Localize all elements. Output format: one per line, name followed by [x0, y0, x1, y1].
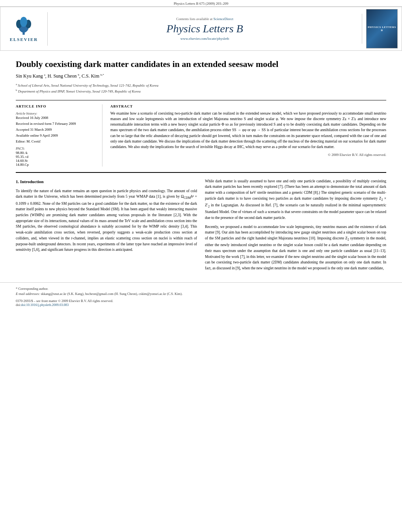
- divider-top: [16, 100, 386, 100]
- body-divider: [16, 172, 386, 173]
- journal-citation: Physics Letters B 675 (2009) 203–209: [174, 2, 229, 6]
- footer-ids: 0370-2693/$ – see front matter © 2009 El…: [16, 299, 386, 303]
- svg-point-4: [20, 17, 27, 26]
- pacs-label: PACS:: [16, 146, 96, 150]
- article-info-title: ARTICLE INFO: [16, 104, 96, 108]
- body-right-para-2: Recently, we proposed a model to accommo…: [205, 224, 386, 271]
- revised-date: Received in revised form 7 February 2009: [16, 122, 96, 126]
- abstract-column: ABSTRACT We examine how a scenario of co…: [110, 104, 386, 167]
- journal-cover-area: PHYSICS LETTERS B: [362, 7, 402, 50]
- contents-text: Contents lists available at: [176, 17, 212, 21]
- elsevier-name: ELSEVIER: [10, 37, 38, 42]
- elsevier-logo-area: ELSEVIER: [0, 12, 48, 46]
- elsevier-logo: ELSEVIER: [10, 16, 38, 42]
- pacs-item-3: 14.60.St: [16, 159, 96, 163]
- pacs-item-4: 14.80.Cp: [16, 163, 96, 167]
- footnote-emails: E-mail addresses: skkang@snut.ac.kr (S.K…: [16, 292, 386, 296]
- pacs-item-2: 95.35.+d: [16, 155, 96, 159]
- affiliation-a: a School of Liberal Arts, Seoul National…: [16, 82, 386, 89]
- article-footer: * Corresponding author. E-mail addresses…: [0, 282, 402, 311]
- doi-text: doi:: [16, 303, 21, 307]
- doi-line: doi:doi:10.1016/j.physletb.2009.03.083: [16, 303, 386, 307]
- sciencedirect-link[interactable]: ScienceDirect: [214, 17, 233, 21]
- affiliation-b: b Department of Physics and IPAP, Yonsei…: [16, 88, 386, 95]
- pacs-section: PACS: 98.80.-k 95.35.+d 14.60.St 14.80.C…: [16, 146, 96, 167]
- journal-main-title: Physics Letters B: [51, 22, 359, 35]
- history-label: Article history:: [16, 111, 96, 115]
- journal-bar: Physics Letters B 675 (2009) 203–209: [0, 0, 402, 7]
- journal-url[interactable]: www.elsevier.com/locate/physletb: [51, 37, 359, 41]
- article-authors: Sin Kyu Kang a, H. Sung Cheon b, C.S. Ki…: [16, 73, 386, 79]
- article-info-column: ARTICLE INFO Article history: Received 1…: [16, 104, 102, 167]
- body-right-para-1: While dark matter is usually assumed to …: [205, 178, 386, 221]
- journal-cover-thumb: PHYSICS LETTERS B: [366, 9, 398, 48]
- journal-title-area: Contents lists available at ScienceDirec…: [48, 14, 362, 44]
- body-columns: 1. Introduction To identify the nature o…: [16, 178, 386, 274]
- body-left-para-1: To identify the nature of dark matter re…: [16, 188, 197, 253]
- page: Physics Letters B 675 (2009) 203–209 ELS…: [0, 0, 402, 532]
- received-date: Received 16 July 2008: [16, 116, 96, 120]
- section-1-heading: 1. Introduction: [16, 178, 197, 185]
- abstract-title: ABSTRACT: [110, 104, 386, 108]
- body-left-column: 1. Introduction To identify the nature o…: [16, 178, 197, 274]
- accepted-date: Accepted 31 March 2009: [16, 128, 96, 132]
- info-abstract-columns: ARTICLE INFO Article history: Received 1…: [16, 104, 386, 167]
- pacs-item-1: 98.80.-k: [16, 151, 96, 155]
- issn-line: 0370-2693/$ – see front matter © 2009 El…: [16, 299, 113, 303]
- journal-thumb-label: PHYSICS LETTERS B: [367, 26, 397, 32]
- article-content: Doubly coexisting dark matter candidates…: [0, 51, 402, 282]
- abstract-text: We examine how a scenario of coexisting …: [110, 111, 386, 150]
- affiliations: a School of Liberal Arts, Seoul National…: [16, 82, 386, 95]
- journal-header: ELSEVIER Contents lists available at Sci…: [0, 7, 402, 51]
- doi-link[interactable]: doi:10.1016/j.physletb.2009.03.083: [21, 303, 69, 307]
- article-title: Doubly coexisting dark matter candidates…: [16, 59, 386, 70]
- copyright: © 2009 Elsevier B.V. All rights reserved…: [110, 153, 386, 157]
- footnote-corresponding: * Corresponding author.: [16, 287, 386, 291]
- body-right-column: While dark matter is usually assumed to …: [205, 178, 386, 274]
- available-date: Available online 9 April 2009: [16, 133, 96, 137]
- contents-available-line: Contents lists available at ScienceDirec…: [51, 17, 359, 21]
- email-links: skkang@snut.ac.kr (S.K. Kang), hscheon@g…: [41, 292, 182, 296]
- elsevier-tree-icon: [14, 16, 34, 36]
- editor: Editor: M. Cvetič: [16, 139, 96, 143]
